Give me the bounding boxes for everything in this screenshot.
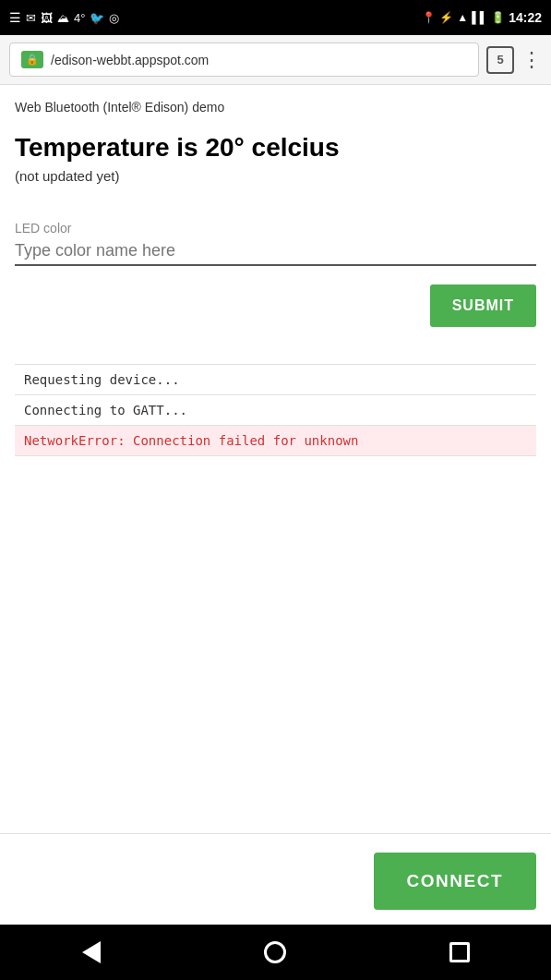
connect-button[interactable]: CONNECT (374, 853, 536, 910)
doc-icon: ☰ (9, 10, 21, 25)
time-display: 14:22 (509, 10, 542, 25)
menu-dots-icon[interactable]: ⋮ (521, 48, 542, 72)
lock-icon: 🔒 (21, 51, 43, 68)
status-bar-left: ☰ ✉ 🖼 ⛰ 4° 🐦 ◎ (9, 10, 119, 25)
location-icon: 📍 (422, 11, 436, 24)
home-icon (264, 941, 286, 963)
tab-count[interactable]: 5 (486, 46, 514, 74)
status-bar: ☰ ✉ 🖼 ⛰ 4° 🐦 ◎ 📍 ⚡ ▲ ▌▌ 🔋 14:22 (0, 0, 551, 35)
page-subtitle: Web Bluetooth (Intel® Edison) demo (15, 100, 536, 115)
led-input-row (15, 241, 536, 266)
temp-label: 4° (74, 11, 85, 25)
recents-button[interactable] (449, 942, 470, 962)
log-section: Requesting device... Connecting to GATT.… (15, 364, 536, 456)
back-icon (82, 941, 101, 963)
recents-icon (449, 942, 470, 962)
mountain-icon: ⛰ (57, 11, 69, 25)
status-bar-right: 📍 ⚡ ▲ ▌▌ 🔋 14:22 (422, 10, 542, 25)
home-button[interactable] (264, 941, 286, 963)
log-line-2: Connecting to GATT... (15, 395, 536, 426)
led-color-label: LED color (15, 221, 536, 236)
log-line-3-error: NetworkError: Connection failed for unkn… (15, 426, 536, 456)
submit-button[interactable]: SUBMIT (430, 284, 536, 327)
twitter-icon: 🐦 (90, 11, 104, 25)
signal-icon: ▌▌ (472, 11, 487, 24)
battery-icon: 🔋 (491, 11, 505, 24)
chrome-icon: ◎ (109, 11, 119, 25)
nav-bar (0, 925, 551, 980)
bluetooth-icon: ⚡ (439, 11, 453, 24)
main-content: Web Bluetooth (Intel® Edison) demo Tempe… (0, 85, 551, 833)
browser-bar: 🔒 /edison-webbt.appspot.com 5 ⋮ (0, 35, 551, 85)
temperature-heading: Temperature is 20° celcius (15, 133, 536, 163)
led-color-input[interactable] (15, 241, 536, 260)
url-text: /edison-webbt.appspot.com (51, 53, 209, 67)
back-button[interactable] (82, 941, 101, 963)
photo-icon: 🖼 (41, 11, 53, 25)
email-icon: ✉ (26, 11, 36, 25)
led-section: LED color SUBMIT (15, 221, 536, 327)
not-updated-text: (not updated yet) (15, 168, 536, 184)
wifi-icon: ▲ (457, 11, 468, 24)
url-bar[interactable]: 🔒 /edison-webbt.appspot.com (9, 42, 479, 77)
bottom-area: CONNECT (0, 833, 551, 925)
log-line-1: Requesting device... (15, 365, 536, 395)
